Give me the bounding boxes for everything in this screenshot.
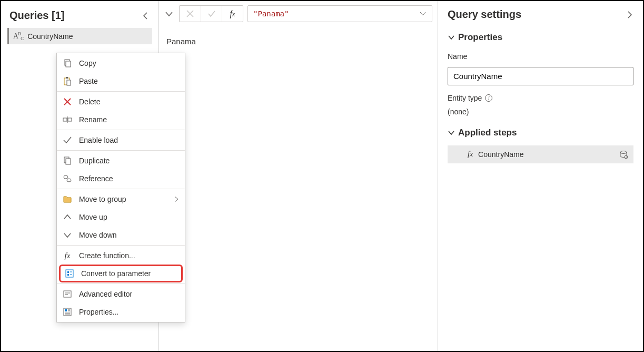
svg-rect-5 bbox=[63, 118, 67, 121]
chevron-up-icon bbox=[62, 212, 73, 222]
formula-bar: fx "Panama" bbox=[159, 1, 438, 26]
menu-reference[interactable]: Reference bbox=[57, 170, 185, 188]
menu-convert-to-parameter-label: Convert to parameter bbox=[81, 269, 151, 278]
reference-icon bbox=[62, 173, 73, 184]
chevron-down-icon bbox=[62, 230, 73, 240]
svg-rect-6 bbox=[68, 118, 72, 121]
formula-dropdown-icon[interactable] bbox=[419, 10, 427, 17]
menu-enable-load[interactable]: Enable load bbox=[57, 131, 185, 149]
menu-properties-label: Properties... bbox=[79, 308, 118, 316]
formula-text: "Panama" bbox=[253, 9, 289, 18]
text-type-icon: ABC bbox=[13, 31, 23, 41]
step-name: CountryName bbox=[478, 150, 613, 159]
menu-move-down-label: Move down bbox=[79, 231, 117, 239]
folder-icon bbox=[62, 194, 73, 204]
menu-copy-label: Copy bbox=[79, 59, 96, 67]
query-item-countryname[interactable]: ABC CountryName bbox=[7, 28, 152, 44]
rename-icon bbox=[62, 114, 73, 125]
menu-duplicate[interactable]: Duplicate bbox=[57, 152, 185, 170]
query-settings-title: Query settings bbox=[448, 8, 521, 21]
formula-input[interactable]: "Panama" bbox=[247, 5, 432, 22]
formula-expand-icon[interactable] bbox=[164, 9, 175, 18]
collapse-queries-panel-icon[interactable] bbox=[142, 12, 150, 20]
menu-rename-label: Rename bbox=[79, 115, 107, 124]
menu-advanced-editor-label: Advanced editor bbox=[79, 290, 132, 298]
editor-panel: fx "Panama" Panama bbox=[159, 1, 438, 351]
menu-delete[interactable]: Delete bbox=[57, 93, 185, 111]
duplicate-icon bbox=[62, 155, 73, 166]
menu-separator bbox=[57, 189, 185, 189]
svg-rect-4 bbox=[67, 80, 71, 85]
info-icon[interactable]: i bbox=[485, 94, 492, 102]
formula-fx-label: fx bbox=[222, 6, 243, 22]
query-settings-panel: Query settings Properties Name Entity ty… bbox=[438, 1, 643, 351]
formula-accept-button[interactable] bbox=[201, 6, 222, 22]
menu-rename[interactable]: Rename bbox=[57, 111, 185, 129]
queries-panel-header: Queries [1] bbox=[7, 5, 152, 28]
entity-type-label-row: Entity type i bbox=[448, 90, 633, 102]
chevron-right-icon bbox=[173, 196, 180, 202]
formula-buttons: fx bbox=[179, 5, 243, 22]
applied-steps-section-title: Applied steps bbox=[458, 128, 517, 138]
result-value: Panama bbox=[166, 37, 196, 46]
properties-icon bbox=[62, 307, 73, 317]
svg-rect-11 bbox=[66, 270, 73, 277]
svg-rect-3 bbox=[66, 77, 68, 79]
paste-icon bbox=[62, 76, 73, 86]
svg-rect-12 bbox=[67, 271, 69, 273]
menu-separator bbox=[57, 150, 185, 151]
chevron-down-icon bbox=[448, 129, 455, 136]
menu-properties[interactable]: Properties... bbox=[57, 303, 185, 321]
menu-copy[interactable]: Copy bbox=[57, 54, 185, 72]
query-settings-header: Query settings bbox=[448, 5, 633, 25]
query-context-menu: Copy Paste Delete Rename Enable lo bbox=[56, 53, 185, 322]
applied-steps-section-header[interactable]: Applied steps bbox=[448, 124, 633, 141]
menu-move-down[interactable]: Move down bbox=[57, 226, 185, 244]
result-preview: Panama bbox=[159, 26, 438, 56]
menu-separator bbox=[57, 245, 185, 246]
menu-separator bbox=[57, 91, 185, 92]
fx-icon: fx bbox=[62, 250, 73, 261]
menu-separator bbox=[57, 130, 185, 130]
menu-enable-load-label: Enable load bbox=[79, 136, 118, 144]
menu-move-to-group[interactable]: Move to group bbox=[57, 190, 185, 208]
svg-rect-8 bbox=[66, 159, 71, 164]
query-item-label: CountryName bbox=[27, 32, 73, 41]
queries-panel-title: Queries [1] bbox=[9, 9, 64, 22]
chevron-down-icon bbox=[448, 34, 455, 41]
fx-icon: fx bbox=[468, 150, 473, 159]
menu-paste-label: Paste bbox=[79, 77, 98, 85]
menu-paste[interactable]: Paste bbox=[57, 72, 185, 90]
name-field-label: Name bbox=[448, 50, 633, 63]
advanced-editor-icon bbox=[62, 289, 73, 299]
queries-panel: Queries [1] ABC CountryName Copy Paste D… bbox=[1, 1, 159, 351]
menu-convert-to-parameter[interactable]: Convert to parameter bbox=[59, 265, 183, 282]
collapse-settings-panel-icon[interactable] bbox=[625, 11, 633, 19]
svg-rect-16 bbox=[65, 309, 67, 311]
menu-advanced-editor[interactable]: Advanced editor bbox=[57, 285, 185, 303]
parameter-icon bbox=[64, 268, 75, 279]
checkmark-icon bbox=[62, 135, 73, 145]
properties-section-header[interactable]: Properties bbox=[448, 29, 633, 46]
menu-separator bbox=[57, 283, 185, 284]
menu-create-function-label: Create function... bbox=[79, 251, 135, 260]
menu-duplicate-label: Duplicate bbox=[79, 157, 110, 165]
formula-cancel-button[interactable] bbox=[180, 6, 201, 22]
menu-create-function[interactable]: fx Create function... bbox=[57, 247, 185, 265]
properties-section-title: Properties bbox=[458, 32, 502, 43]
copy-icon bbox=[62, 58, 73, 69]
menu-move-up-label: Move up bbox=[79, 213, 107, 221]
svg-rect-13 bbox=[67, 274, 69, 276]
svg-rect-14 bbox=[64, 291, 71, 297]
svg-point-17 bbox=[620, 151, 627, 154]
step-settings-icon[interactable] bbox=[619, 150, 628, 159]
entity-type-value: (none) bbox=[448, 106, 633, 120]
menu-move-to-group-label: Move to group bbox=[79, 195, 126, 203]
menu-reference-label: Reference bbox=[79, 174, 113, 183]
menu-move-up[interactable]: Move up bbox=[57, 208, 185, 226]
svg-rect-1 bbox=[66, 61, 71, 67]
entity-type-label: Entity type bbox=[448, 94, 482, 102]
menu-delete-label: Delete bbox=[79, 97, 100, 106]
applied-step-item[interactable]: fx CountryName bbox=[448, 145, 633, 163]
name-input[interactable] bbox=[448, 67, 633, 85]
